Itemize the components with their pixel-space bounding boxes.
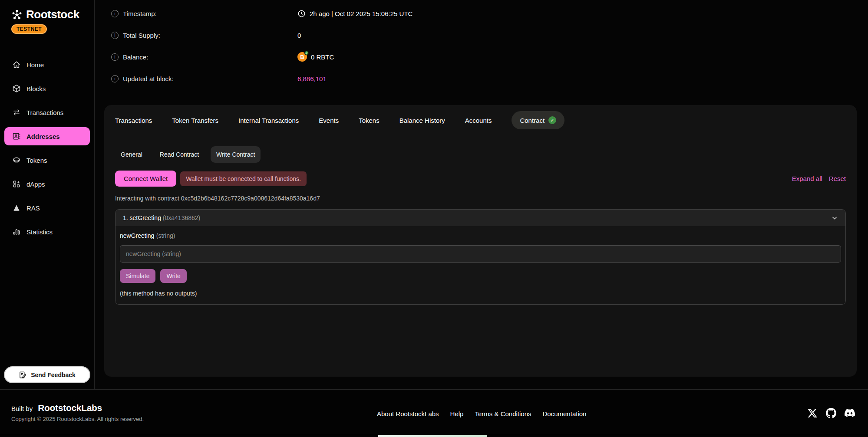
sidebar-item-transactions[interactable]: Transactions: [4, 103, 90, 122]
github-icon[interactable]: [826, 408, 836, 418]
chevron-down-icon[interactable]: [831, 214, 838, 221]
detail-row-timestamp: i Timestamp: 2h ago | Oct 02 2025 15:06:…: [111, 3, 868, 24]
param-type-label: (string): [156, 232, 175, 239]
viewport-edge-artifact: [378, 435, 487, 437]
method-actions: Simulate Write: [120, 269, 841, 283]
built-by-label: Built by: [11, 405, 33, 412]
sidebar-item-label: Home: [26, 61, 44, 69]
feedback-pencil-icon: [19, 371, 26, 379]
sidebar-nav: Home Blocks Transactions Addresses Token…: [0, 56, 94, 241]
send-feedback-button[interactable]: Send Feedback: [4, 366, 90, 383]
tab-bar: Transactions Token Transfers Internal Tr…: [115, 111, 846, 129]
footer-brand-block: Built by RootstockLabs Copyright © 2025 …: [11, 403, 144, 422]
interacting-contract-text: Interacting with contract 0xc5d2b6b48162…: [115, 195, 846, 202]
info-icon[interactable]: i: [111, 75, 119, 82]
wallet-warning-badge: Wallet must be connected to call functio…: [180, 171, 307, 186]
simulate-button[interactable]: Simulate: [120, 269, 155, 283]
timestamp-value: 2h ago | Oct 02 2025 15:06:25 UTC: [310, 10, 413, 17]
connect-wallet-button[interactable]: Connect Wallet: [115, 171, 176, 187]
detail-row-balance: i Balance: B✓ 0 RBTC: [111, 46, 868, 68]
rbtc-letter: B: [300, 54, 304, 60]
method-body: newGreeting (string) Simulate Write (thi…: [116, 226, 845, 304]
footer: Built by RootstockLabs Copyright © 2025 …: [0, 389, 868, 437]
address-tabs-card: Transactions Token Transfers Internal Tr…: [104, 105, 857, 377]
detail-label: Updated at block:: [123, 75, 174, 82]
tab-contract[interactable]: Contract ✓: [512, 111, 564, 129]
subtab-general[interactable]: General: [115, 146, 148, 163]
sidebar-item-label: Transactions: [26, 109, 63, 116]
cube-icon: [12, 84, 21, 93]
clock-icon: [297, 10, 306, 18]
address-details: i Timestamp: 2h ago | Oct 02 2025 15:06:…: [95, 0, 868, 89]
footer-link-documentation[interactable]: Documentation: [543, 410, 587, 417]
coin-icon: [12, 156, 21, 165]
x-icon[interactable]: [807, 408, 818, 418]
footer-links: About RootstockLabs Help Terms & Conditi…: [377, 410, 586, 417]
footer-link-about[interactable]: About RootstockLabs: [377, 410, 439, 417]
detail-label: Total Supply:: [123, 32, 160, 39]
home-icon: [12, 60, 21, 69]
tab-events[interactable]: Events: [319, 112, 339, 129]
tab-accounts[interactable]: Accounts: [465, 112, 492, 129]
sidebar-item-home[interactable]: Home: [4, 56, 90, 74]
detail-row-total-supply: i Total Supply: 0: [111, 24, 868, 46]
sidebar-item-label: dApps: [26, 181, 45, 188]
sidebar-item-label: Addresses: [26, 133, 60, 140]
tab-contract-label: Contract: [520, 117, 545, 124]
grid-plus-icon: [12, 180, 21, 189]
tab-balance-history[interactable]: Balance History: [399, 112, 445, 129]
verified-check-icon: ✓: [548, 116, 556, 124]
sidebar-item-addresses[interactable]: Addresses: [4, 127, 90, 145]
brand-logo[interactable]: Rootstock: [0, 8, 94, 21]
connect-wallet-row: Connect Wallet Wallet must be connected …: [115, 171, 846, 187]
discord-icon[interactable]: [845, 408, 855, 418]
rootstock-logo-icon: [11, 9, 23, 20]
copyright-text: Copyright © 2025 RootstockLabs. All righ…: [11, 416, 144, 422]
tab-internal-transactions[interactable]: Internal Transactions: [238, 112, 299, 129]
mountain-icon: [12, 204, 21, 213]
sidebar-item-label: Tokens: [26, 157, 47, 164]
balance-value: 0 RBTC: [311, 53, 334, 61]
expand-all-link[interactable]: Expand all: [792, 175, 822, 182]
sidebar-item-label: Blocks: [26, 85, 46, 92]
sidebar-item-ras[interactable]: RAS: [4, 199, 90, 217]
sidebar-item-tokens[interactable]: Tokens: [4, 151, 90, 169]
sidebar-item-dapps[interactable]: dApps: [4, 175, 90, 193]
footer-link-terms[interactable]: Terms & Conditions: [475, 410, 531, 417]
rootstocklabs-wordmark: RootstockLabs: [38, 403, 102, 413]
block-number-link[interactable]: 6,886,101: [297, 75, 327, 82]
reset-link[interactable]: Reset: [829, 175, 846, 182]
write-button[interactable]: Write: [160, 269, 186, 283]
info-icon[interactable]: i: [111, 53, 119, 61]
main-row: Rootstock TESTNET Home Blocks Transactio…: [0, 0, 868, 389]
method-title: 1. setGreeting: [123, 214, 161, 221]
testnet-badge: TESTNET: [11, 24, 47, 34]
footer-link-help[interactable]: Help: [450, 410, 464, 417]
subtab-write-contract[interactable]: Write Contract: [211, 146, 261, 163]
contact-card-icon: [12, 132, 21, 141]
verified-check-icon: ✓: [304, 51, 309, 55]
param-name-label: newGreeting: [120, 232, 154, 239]
contract-subtabs: General Read Contract Write Contract: [115, 146, 846, 163]
method-accordion-header[interactable]: 1. setGreeting (0xa4136862): [116, 210, 845, 226]
info-icon[interactable]: i: [111, 32, 119, 39]
sidebar-item-blocks[interactable]: Blocks: [4, 79, 90, 98]
feedback-label: Send Feedback: [31, 371, 76, 378]
newgreeting-input[interactable]: [120, 245, 841, 263]
sidebar-item-statistics[interactable]: Statistics: [4, 223, 90, 241]
sidebar-item-label: RAS: [26, 204, 40, 212]
method-setgreeting-block: 1. setGreeting (0xa4136862) newGreeting …: [115, 209, 846, 305]
bar-chart-icon: [12, 227, 21, 237]
total-supply-value: 0: [297, 32, 301, 39]
tab-token-transfers[interactable]: Token Transfers: [172, 112, 218, 129]
swap-arrows-icon: [12, 108, 21, 117]
tab-transactions[interactable]: Transactions: [115, 112, 152, 129]
info-icon[interactable]: i: [111, 10, 119, 17]
rbtc-token-icon: B✓: [297, 52, 307, 62]
footer-social-icons: [807, 408, 855, 418]
sidebar-item-label: Statistics: [26, 228, 53, 236]
tab-tokens[interactable]: Tokens: [359, 112, 380, 129]
method-selector: (0xa4136862): [163, 214, 200, 221]
subtab-read-contract[interactable]: Read Contract: [154, 146, 205, 163]
no-outputs-note: (this method has no outputs): [120, 290, 841, 297]
